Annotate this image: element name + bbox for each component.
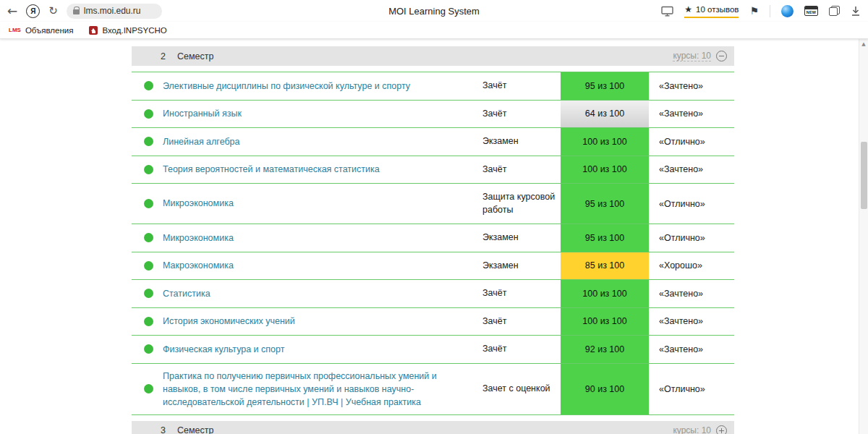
- course-row: Иностранный язык Зачёт 64 из 100 «Зачтен…: [132, 101, 734, 129]
- display-icon[interactable]: [661, 6, 673, 17]
- reviews-label: 10 отзывов: [696, 5, 739, 14]
- course-link[interactable]: Элективные дисциплины по физической куль…: [163, 74, 482, 98]
- course-link[interactable]: Микроэкономика: [163, 226, 482, 250]
- course-row: Физическая культура и спорт Зачёт 92 из …: [132, 336, 734, 364]
- course-link[interactable]: Иностранный язык: [163, 101, 482, 126]
- score-badge: 85 из 100: [561, 252, 649, 280]
- course-rows: Элективные дисциплины по физической куль…: [132, 72, 734, 415]
- lms-page: 2 Семестр курсы: 10 Элективные дисциплин…: [0, 39, 868, 434]
- semester-label: Семестр: [177, 425, 213, 434]
- exam-type: Зачёт: [482, 72, 561, 100]
- course-row: Макроэкономика Экзамен 85 из 100 «Хорошо…: [132, 252, 734, 281]
- bookmark-label: Вход.INPSYCHO: [102, 26, 166, 35]
- lms-favicon: LMS: [9, 27, 21, 33]
- tabs-icon[interactable]: [829, 6, 840, 16]
- score-badge: 95 из 100: [561, 72, 649, 100]
- exam-type: Зачёт: [482, 336, 561, 363]
- status-dot-icon: [144, 137, 153, 146]
- exam-type: Защита курсовой работы: [482, 184, 561, 224]
- vertical-scrollbar[interactable]: ▲: [859, 39, 868, 434]
- bookmark-flag-icon[interactable]: ⚑: [749, 5, 759, 17]
- course-row: История экономических учений Зачёт 100 и…: [132, 308, 734, 336]
- course-link[interactable]: История экономических учений: [163, 309, 482, 333]
- semester-label: Семестр: [177, 51, 213, 61]
- score-badge: 100 из 100: [561, 128, 649, 156]
- status-dot-icon: [144, 165, 153, 174]
- bookmark-inpsycho[interactable]: Вход.INPSYCHO: [89, 26, 166, 35]
- movies-new-icon[interactable]: NEW: [804, 6, 818, 16]
- expand-toggle-icon[interactable]: [716, 425, 727, 434]
- status-dot-icon: [144, 384, 153, 393]
- courses-count-link[interactable]: курсы: 10: [673, 425, 711, 434]
- grade-text: «Зачтено»: [649, 289, 734, 299]
- course-row: Практика по получению первичных професси…: [132, 364, 734, 415]
- status-dot-icon: [144, 344, 153, 354]
- address-bar[interactable]: lms.moi.edu.ru: [67, 4, 162, 19]
- inpsycho-favicon: [89, 26, 98, 35]
- exam-type: Экзамен: [482, 252, 561, 280]
- course-link[interactable]: Линейная алгебра: [163, 129, 482, 154]
- course-link[interactable]: Микроэкономика: [163, 191, 482, 216]
- url-text: lms.moi.edu.ru: [84, 6, 141, 16]
- browser-actions: ★ 10 отзывов ⚑ NEW: [661, 4, 861, 18]
- semester-number: 2: [161, 51, 166, 61]
- grade-text: «Зачтено»: [649, 164, 734, 174]
- bookmark-label: Объявления: [25, 26, 74, 35]
- new-badge-label: NEW: [805, 9, 817, 15]
- yandex-button[interactable]: Я: [26, 4, 40, 18]
- status-dot-icon: [144, 261, 153, 271]
- browser-toolbar: ← Я ↻ lms.moi.edu.ru MOI Learning System…: [0, 0, 868, 22]
- toolbar-divider: [770, 5, 770, 17]
- semester-number: 3: [161, 425, 166, 434]
- collapse-toggle-icon[interactable]: [716, 51, 727, 61]
- score-badge: 95 из 100: [561, 224, 649, 252]
- status-dot-icon: [144, 109, 153, 119]
- status-dot-icon: [144, 233, 153, 242]
- course-row: Микроэкономика Экзамен 95 из 100 «Отличн…: [132, 224, 734, 252]
- course-link[interactable]: Теория вероятностей и математическая ста…: [163, 157, 482, 182]
- exam-type: Зачёт: [482, 280, 561, 307]
- course-row: Теория вероятностей и математическая ста…: [132, 156, 734, 184]
- course-link[interactable]: Практика по получению первичных професси…: [163, 364, 482, 414]
- scroll-up-arrow-icon[interactable]: ▲: [859, 41, 868, 47]
- course-row: Статистика Зачёт 100 из 100 «Зачтено»: [132, 280, 734, 308]
- semester-2-header: 2 Семестр курсы: 10: [132, 46, 734, 66]
- course-link[interactable]: Макроэкономика: [163, 253, 482, 278]
- extension-orb-icon[interactable]: [781, 5, 793, 17]
- exam-type: Зачёт: [482, 308, 561, 336]
- lock-icon: [73, 9, 80, 14]
- exam-type: Зачёт: [482, 101, 561, 128]
- score-badge: 100 из 100: [561, 308, 649, 336]
- exam-type: Экзамен: [482, 224, 561, 252]
- exam-type: Экзамен: [482, 128, 561, 156]
- grade-text: «Отлично»: [649, 137, 734, 147]
- grade-text: «Отлично»: [649, 384, 734, 394]
- grades-table: 2 Семестр курсы: 10 Элективные дисциплин…: [132, 46, 734, 434]
- status-dot-icon: [144, 81, 153, 90]
- score-badge: 95 из 100: [561, 184, 649, 224]
- course-row: Элективные дисциплины по физической куль…: [132, 72, 734, 101]
- reviews-rating[interactable]: ★ 10 отзывов: [684, 4, 739, 18]
- grade-text: «Отлично»: [649, 199, 734, 209]
- back-button[interactable]: ←: [7, 5, 17, 17]
- scrollbar-thumb[interactable]: [861, 142, 867, 209]
- bookmark-announcements[interactable]: LMS Объявления: [9, 26, 73, 35]
- grade-text: «Зачтено»: [649, 81, 734, 91]
- download-icon[interactable]: [851, 6, 861, 17]
- grade-text: «Хорошо»: [649, 260, 734, 271]
- course-link[interactable]: Физическая культура и спорт: [163, 337, 482, 362]
- yandex-logo-icon: Я: [30, 7, 35, 15]
- exam-type: Зачёт: [482, 156, 561, 184]
- score-badge: 100 из 100: [561, 156, 649, 184]
- score-badge: 64 из 100: [561, 101, 649, 128]
- exam-type: Зачет с оценкой: [482, 375, 561, 403]
- page-title: MOI Learning System: [388, 6, 480, 17]
- grade-text: «Зачтено»: [649, 316, 734, 326]
- course-link[interactable]: Статистика: [163, 281, 482, 306]
- courses-count-link[interactable]: курсы: 10: [673, 51, 711, 61]
- course-row: Линейная алгебра Экзамен 100 из 100 «Отл…: [132, 128, 734, 156]
- refresh-button[interactable]: ↻: [48, 4, 58, 17]
- score-badge: 90 из 100: [561, 364, 649, 414]
- grade-text: «Зачтено»: [649, 109, 734, 119]
- status-dot-icon: [144, 317, 153, 326]
